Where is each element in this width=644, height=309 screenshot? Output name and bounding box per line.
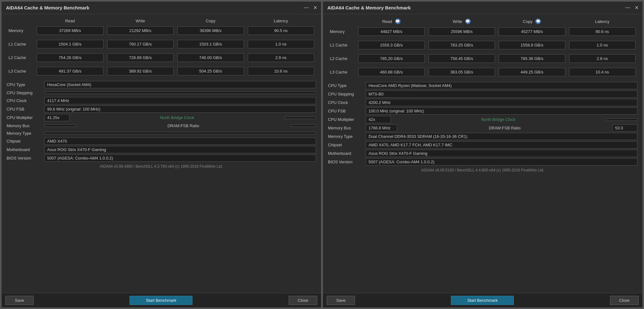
save-button-1[interactable]: Save (5, 296, 34, 305)
l1-row-2: L1 Cache 1559.3 GB/s 783.25 GB/s 1558.8 … (328, 40, 637, 51)
cpu-clock-value-2: 4200.2 MHz (366, 99, 637, 106)
start-benchmark-button-2[interactable]: Start Benchmark (451, 296, 514, 305)
motherboard-value-2: Asus ROG Strix X470-F Gaming (366, 150, 637, 157)
content-1: Read Write Copy Latency Memory 37269 MB/… (2, 14, 321, 293)
window-2: AIDA64 Cache & Memory Benchmark — ✕ Read… (323, 1, 643, 308)
l1-copy-2: 1558.8 GB/s (499, 41, 565, 49)
cpu-type-value-1: HexaCore (Socket AM4) (44, 81, 316, 88)
close-btn-1[interactable]: ✕ (313, 5, 317, 11)
bios-value-2: 5007 (AGESA: Combo-AM4 1.0.0.2) (366, 158, 637, 165)
l1-row-1: L1 Cache 1504.1 GB/s 760.17 GB/s 1503.1 … (7, 39, 316, 50)
memory-copy-2: 45277 MB/s (499, 27, 565, 36)
bios-value-1: 5007 (AGESA: Combo-AM4 1.0.0.2) (44, 154, 316, 162)
memory-type-row-2: Memory Type Dual Channel DDR4-3533 SDRAM… (328, 132, 637, 141)
cpu-stepping-value-2: MTS-B0 (366, 90, 637, 98)
cpu-multiplier-value-2: 42x (366, 116, 391, 123)
cpu-stepping-row-2: CPU Stepping MTS-B0 (328, 90, 637, 98)
l3-read-2: 460.88 GB/s (358, 68, 425, 76)
bios-row-2: BIOS Version 5007 (AGESA: Combo-AM4 1.0.… (328, 158, 637, 166)
memory-row-2: Memory 44827 MB/s 25596 MB/s 45277 MB/s … (328, 26, 637, 37)
l3-write-1: 389.92 GB/s (107, 67, 174, 75)
save-button-2[interactable]: Save (327, 296, 355, 305)
motherboard-row-1: Motherboard Asus ROG Strix X470-F Gaming (7, 145, 316, 154)
l2-write-1: 728.89 GB/s (107, 53, 174, 62)
cpu-fsb-row-1: CPU FSB 99.8 MHz (original: 100 MHz) (7, 105, 316, 113)
l2-read-1: 754.26 GB/s (37, 53, 103, 62)
north-bridge-value-2 (606, 118, 637, 121)
memory-write-2: 25596 MB/s (429, 27, 495, 36)
titlebar-2: AIDA64 Cache & Memory Benchmark — ✕ (323, 2, 642, 14)
l2-read-2: 785.20 GB/s (358, 54, 425, 63)
minimize-btn-2[interactable]: — (625, 5, 630, 11)
minimize-btn-1[interactable]: — (304, 5, 309, 11)
col-copy-2: Copy 💬 (497, 17, 567, 26)
dram-fsb-value-2: 53:3 (612, 124, 637, 132)
col-read-2: Read 💬 (356, 17, 427, 26)
cpu-stepping-value-1 (44, 91, 316, 94)
start-benchmark-button-1[interactable]: Start Benchmark (130, 296, 192, 305)
col-read-1: Read (35, 17, 105, 25)
memory-bus-row-1: Memory Bus DRAM:FSB Ratio (7, 122, 316, 129)
memory-type-value-2: Dual Channel DDR4-3533 SDRAM (16-20-16-3… (366, 133, 637, 140)
l3-row-1: L3 Cache 491.37 GB/s 389.92 GB/s 504.25 … (7, 66, 316, 77)
close-button-2[interactable]: Close (610, 296, 639, 305)
l1-write-1: 760.17 GB/s (107, 40, 174, 48)
cpu-fsb-row-2: CPU FSB 100.0 MHz (original: 100 MHz) (328, 107, 637, 115)
memory-latency-1: 90.5 ns (248, 26, 314, 35)
close-btn-2[interactable]: ✕ (635, 5, 639, 11)
chipset-row-2: Chipset AMD X470, AMD K17.7 FCH, AMD K17… (328, 141, 637, 149)
l2-row-2: L2 Cache 785.20 GB/s 758.45 GB/s 785.36 … (328, 53, 637, 64)
cpu-clock-row-1: CPU Clock 4117.4 MHz (7, 96, 316, 105)
cpu-clock-row-2: CPU Clock 4200.2 MHz (328, 98, 637, 107)
copy-info-icon[interactable]: 💬 (535, 19, 541, 24)
l1-latency-1: 1.0 ns (248, 40, 314, 48)
l2-copy-2: 785.36 GB/s (499, 54, 565, 63)
l3-latency-2: 10.4 ns (569, 68, 636, 76)
write-info-icon[interactable]: 💬 (465, 19, 471, 24)
bios-row-1: BIOS Version 5007 (AGESA: Combo-AM4 1.0.… (7, 154, 316, 162)
col-latency-2: Latency (567, 17, 638, 26)
cpu-type-row-1: CPU Type HexaCore (Socket AM4) (7, 80, 316, 89)
window-1: AIDA64 Cache & Memory Benchmark — ✕ Read… (1, 1, 321, 308)
cpu-type-row-2: CPU Type HexaCore AMD Ryzen (Matisse, So… (328, 81, 637, 90)
motherboard-row-2: Motherboard Asus ROG Strix X470-F Gaming (328, 149, 637, 158)
dram-fsb-label-2: DRAM:FSB Ratio (397, 126, 612, 130)
l1-latency-2: 1.0 ns (569, 41, 636, 49)
cpu-fsb-value-2: 100.0 MHz (original: 100 MHz) (366, 107, 637, 115)
cpu-multiplier-value-1: 41.25x (44, 114, 69, 121)
cpu-multiplier-row-2: CPU Multiplier 42x North Bridge Clock (328, 115, 637, 124)
cpu-type-value-2: HexaCore AMD Ryzen (Matisse, Socket AM4) (366, 82, 637, 89)
memory-latency-2: 90.6 ns (569, 27, 636, 36)
l3-row-2: L3 Cache 460.88 GB/s 363.05 GB/s 449.25 … (328, 67, 637, 78)
l1-write-2: 783.25 GB/s (429, 41, 495, 49)
l3-write-2: 363.05 GB/s (429, 68, 495, 76)
titlebar-1: AIDA64 Cache & Memory Benchmark — ✕ (2, 2, 321, 14)
north-bridge-value-1 (285, 117, 316, 119)
memory-type-row-1: Memory Type (7, 129, 316, 137)
l2-write-2: 758.45 GB/s (429, 54, 495, 63)
l3-latency-1: 10.6 ns (248, 67, 314, 75)
close-button-1[interactable]: Close (289, 296, 317, 305)
read-info-icon[interactable]: 💬 (395, 19, 401, 24)
memory-type-value-1 (44, 132, 316, 134)
cpu-clock-value-1: 4117.4 MHz (44, 97, 316, 104)
content-2: Read 💬 Write 💬 Copy 💬 (323, 14, 642, 293)
footer-2: AIDA64 v6.00.5100 / BenchDLL 4.4.800-x64… (328, 166, 637, 174)
bottom-bar-2: Save Start Benchmark Close (323, 293, 642, 307)
l2-copy-1: 746.00 GB/s (177, 53, 244, 62)
info-section-1: CPU Type HexaCore (Socket AM4) CPU Stepp… (7, 80, 316, 162)
col-write-2: Write 💬 (427, 17, 497, 26)
chipset-value-2: AMD X470, AMD K17.7 FCH, AMD K17.7 IMC (366, 141, 637, 149)
titlebar-controls-1: — ✕ (304, 5, 317, 11)
col-write-1: Write (105, 17, 176, 25)
bottom-bar-1: Save Start Benchmark Close (2, 293, 321, 307)
bench-table-2: Read 💬 Write 💬 Copy 💬 (328, 17, 637, 78)
dram-fsb-label-1: DRAM:FSB Ratio (76, 123, 291, 128)
memory-bus-value-2: 1766.8 MHz (366, 124, 397, 132)
col-copy-1: Copy (175, 17, 246, 25)
north-bridge-label-2: North Bridge Clock (391, 117, 606, 122)
north-bridge-label-1: North Bridge Clock (69, 115, 285, 120)
dram-fsb-value-1 (291, 124, 316, 127)
cpu-stepping-row-1: CPU Stepping (7, 89, 316, 96)
memory-write-1: 21292 MB/s (107, 26, 174, 35)
